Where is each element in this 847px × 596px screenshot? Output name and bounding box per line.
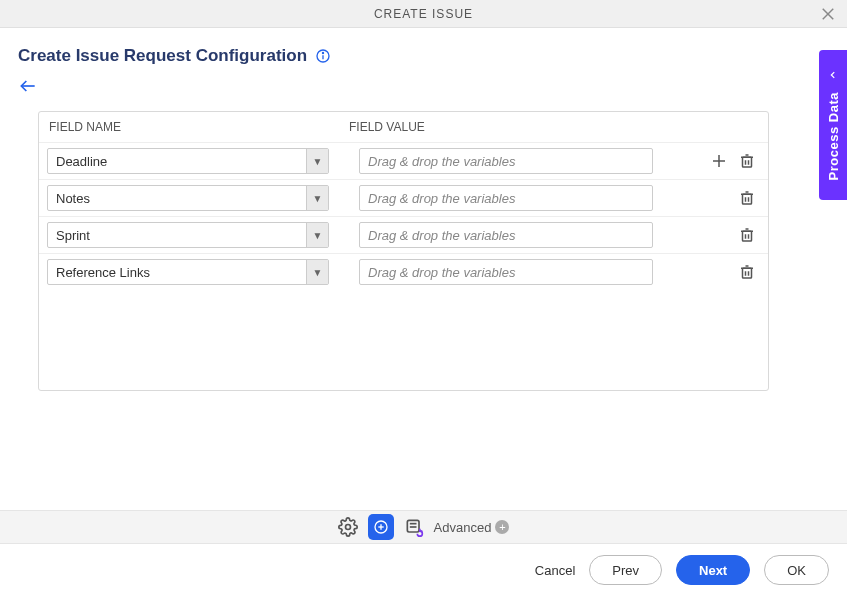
chevron-down-icon[interactable]: ▼ <box>306 149 328 173</box>
col-header-field-name: FIELD NAME <box>49 120 349 134</box>
table-row: Sprint ▼ Drag & drop the variables <box>39 217 768 254</box>
chevron-down-icon[interactable]: ▼ <box>306 223 328 247</box>
field-value-input[interactable]: Drag & drop the variables <box>359 222 653 248</box>
row-actions <box>683 226 760 244</box>
field-name-label: Reference Links <box>48 265 306 280</box>
field-name-label: Sprint <box>48 228 306 243</box>
close-icon[interactable] <box>819 5 837 23</box>
plus-circle-icon: + <box>495 520 509 534</box>
field-name-select[interactable]: Reference Links ▼ <box>47 259 329 285</box>
chevron-down-icon[interactable]: ▼ <box>306 260 328 284</box>
col-header-field-value: FIELD VALUE <box>349 120 758 134</box>
svg-point-28 <box>345 525 350 530</box>
prev-button[interactable]: Prev <box>589 555 662 585</box>
svg-rect-8 <box>743 157 752 167</box>
field-value-input[interactable]: Drag & drop the variables <box>359 259 653 285</box>
gear-icon[interactable] <box>338 517 358 537</box>
delete-row-icon[interactable] <box>738 189 756 207</box>
svg-point-4 <box>323 52 324 53</box>
process-data-tab[interactable]: Process Data <box>819 50 847 200</box>
content-area: Create Issue Request Configuration FIELD… <box>0 28 847 391</box>
field-name-select[interactable]: Notes ▼ <box>47 185 329 211</box>
dialog-title: CREATE ISSUE <box>374 7 473 21</box>
back-arrow-icon[interactable] <box>18 76 38 96</box>
delete-row-icon[interactable] <box>738 263 756 281</box>
table-row: Deadline ▼ Drag & drop the variables <box>39 143 768 180</box>
advanced-label: Advanced <box>434 520 492 535</box>
chevron-down-icon[interactable]: ▼ <box>306 186 328 210</box>
svg-rect-13 <box>743 194 752 204</box>
add-row-icon[interactable] <box>710 152 728 170</box>
page-title: Create Issue Request Configuration <box>18 46 307 66</box>
refresh-list-icon[interactable] <box>404 517 424 537</box>
chevron-left-icon <box>828 70 838 80</box>
svg-rect-32 <box>407 520 419 532</box>
svg-rect-23 <box>743 268 752 278</box>
process-data-label: Process Data <box>826 92 841 180</box>
row-actions <box>683 152 760 170</box>
delete-row-icon[interactable] <box>738 152 756 170</box>
field-value-input[interactable]: Drag & drop the variables <box>359 148 653 174</box>
cancel-button[interactable]: Cancel <box>535 563 575 578</box>
page-title-row: Create Issue Request Configuration <box>18 46 829 66</box>
field-value-input[interactable]: Drag & drop the variables <box>359 185 653 211</box>
table-header: FIELD NAME FIELD VALUE <box>39 112 768 143</box>
row-actions <box>683 263 760 281</box>
add-circle-icon[interactable] <box>368 514 394 540</box>
next-button[interactable]: Next <box>676 555 750 585</box>
ok-button[interactable]: OK <box>764 555 829 585</box>
svg-rect-18 <box>743 231 752 241</box>
table-row: Notes ▼ Drag & drop the variables <box>39 180 768 217</box>
info-icon[interactable] <box>315 48 331 64</box>
dialog-header: CREATE ISSUE <box>0 0 847 28</box>
field-name-select[interactable]: Sprint ▼ <box>47 222 329 248</box>
advanced-button[interactable]: Advanced + <box>434 520 510 535</box>
footer: Cancel Prev Next OK <box>0 544 847 596</box>
bottom-toolbar: Advanced + <box>0 510 847 544</box>
field-name-label: Deadline <box>48 154 306 169</box>
row-actions <box>683 189 760 207</box>
field-name-select[interactable]: Deadline ▼ <box>47 148 329 174</box>
delete-row-icon[interactable] <box>738 226 756 244</box>
table-row: Reference Links ▼ Drag & drop the variab… <box>39 254 768 290</box>
field-name-label: Notes <box>48 191 306 206</box>
fields-table: FIELD NAME FIELD VALUE Deadline ▼ Drag &… <box>38 111 769 391</box>
